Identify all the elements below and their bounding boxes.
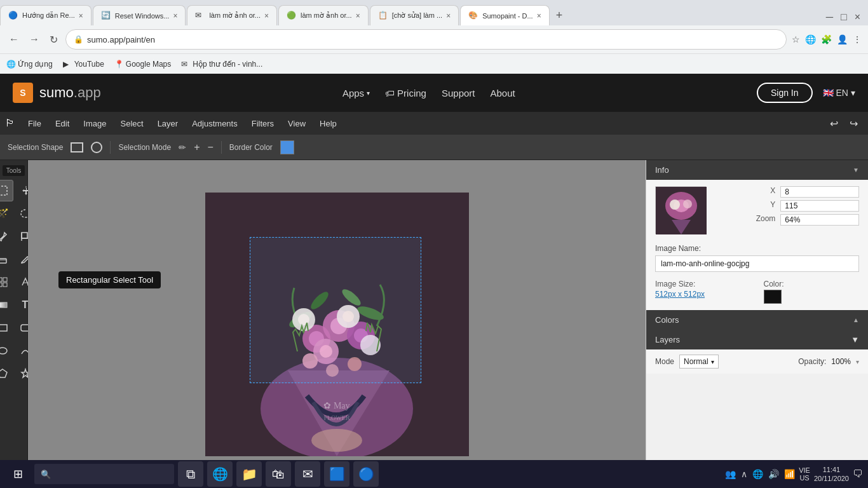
start-button[interactable]: ⊞ — [5, 463, 31, 485]
taskbar-edge[interactable]: 🌐 — [207, 461, 233, 487]
nav-apps[interactable]: Apps ▾ — [342, 88, 370, 98]
taskbar-store[interactable]: 🛍 — [266, 461, 291, 487]
menu-layer[interactable]: Layer — [151, 116, 185, 131]
sign-in-button[interactable]: Sign In — [757, 83, 813, 103]
info-panel-header[interactable]: Info ▼ — [646, 160, 868, 180]
wifi-icon[interactable]: 📶 — [784, 469, 795, 479]
extensions-icon[interactable]: 🧩 — [821, 34, 832, 44]
tab-favicon-6: 🎨 — [468, 11, 478, 21]
taskbar-edge2[interactable]: 🟦 — [324, 461, 349, 487]
maximize-button[interactable]: □ — [838, 9, 850, 25]
menu-view[interactable]: View — [281, 116, 312, 131]
bookmark-favicon-apps: 🌐 — [6, 60, 15, 69]
taskbar-search-input[interactable] — [34, 464, 174, 484]
volume-icon[interactable]: 🔊 — [768, 469, 779, 479]
selection-mode-pen[interactable]: ✏ — [179, 142, 186, 152]
nav-about[interactable]: About — [490, 88, 515, 98]
tab-favicon-3: ✉ — [195, 11, 205, 21]
notification-icon[interactable]: 🗨 — [853, 468, 863, 480]
network-icon[interactable]: 🌐 — [752, 469, 763, 479]
bookmark-gmail[interactable]: ✉ Hộp thư đến - vinh... — [181, 60, 262, 69]
undo-button[interactable]: ↩ — [825, 115, 843, 132]
menu-filters[interactable]: Filters — [245, 116, 280, 131]
menu-file[interactable]: File — [22, 116, 48, 131]
bookmark-star-icon[interactable]: ☆ — [792, 34, 800, 44]
close-window-button[interactable]: × — [852, 9, 863, 25]
tab-close-2[interactable]: × — [173, 11, 177, 20]
browser-tab-5[interactable]: 📋 [chờ sửa] làm ... × — [370, 5, 459, 25]
bookmark-label-maps: Google Maps — [126, 60, 171, 69]
tab-title-2: Reset Windows... — [115, 12, 170, 20]
people-icon[interactable]: 👥 — [725, 469, 736, 479]
tab-close-1[interactable]: × — [79, 11, 83, 20]
tool-ellipse[interactable] — [0, 340, 13, 362]
canvas-area[interactable]: Rectangular Select Tool — [28, 160, 646, 488]
svg-rect-11 — [0, 302, 7, 308]
tool-polygon[interactable] — [0, 363, 13, 384]
redo-button[interactable]: ↪ — [844, 115, 863, 132]
tool-magic-wand[interactable]: 🪄 — [0, 203, 13, 224]
tool-marquee[interactable] — [0, 180, 13, 201]
chevron-up-icon[interactable]: ∧ — [741, 469, 747, 479]
minimize-button[interactable]: ─ — [824, 9, 836, 25]
topnav-right: Sign In 🇬🇧 EN ▾ — [757, 83, 855, 103]
tab-title-1: Hướng dẫn Re... — [22, 11, 75, 20]
nav-support[interactable]: Support — [442, 88, 475, 98]
app-topnav: S sumo.app Apps ▾ 🏷 Pricing Support Abou… — [0, 74, 868, 112]
bookmark-youtube[interactable]: ▶ YouTube — [63, 60, 104, 69]
profile-icon[interactable]: 👤 — [837, 34, 848, 44]
lang-caret: ▾ — [851, 88, 855, 98]
color-swatch[interactable] — [764, 290, 782, 304]
colors-panel-header[interactable]: Colors ▲ — [646, 310, 868, 330]
browser-tab-6[interactable]: 🎨 Sumopaint - D... × — [460, 5, 550, 25]
shape-circle-button[interactable] — [91, 142, 102, 153]
browser-tab-1[interactable]: 🔵 Hướng dẫn Re... × — [0, 5, 92, 25]
bookmark-label-gmail: Hộp thư đến - vinh... — [193, 60, 262, 69]
forward-button[interactable]: → — [27, 31, 42, 48]
tool-eyedropper[interactable] — [0, 226, 13, 247]
tab-close-4[interactable]: × — [356, 11, 360, 20]
tab-close-6[interactable]: × — [537, 11, 541, 20]
layers-panel-header[interactable]: Layers ▼ — [646, 330, 868, 349]
browser-tab-2[interactable]: 🔄 Reset Windows... × — [93, 5, 186, 25]
browser-tab-4[interactable]: 🟢 làm mờ ảnh or... × — [278, 5, 369, 25]
systray: 👥 ∧ 🌐 🔊 📶 — [725, 469, 795, 479]
new-tab-button[interactable]: + — [551, 9, 568, 22]
tab-close-3[interactable]: × — [264, 11, 269, 20]
menu-image[interactable]: Image — [77, 116, 112, 131]
tool-eraser[interactable] — [0, 248, 13, 270]
menu-adjustments[interactable]: Adjustments — [186, 116, 244, 131]
selection-mode-plus[interactable]: + — [194, 142, 200, 153]
image-size-value[interactable]: 512px x 512px — [655, 290, 751, 299]
tool-rect-shape[interactable] — [0, 317, 13, 339]
reload-button[interactable]: ↻ — [47, 31, 60, 48]
taskbar-chrome[interactable]: 🔵 — [353, 461, 379, 487]
menu-edit[interactable]: Edit — [49, 116, 76, 131]
menu-select[interactable]: Select — [114, 116, 150, 131]
menu-flag-icon: 🏳 — [5, 118, 15, 129]
mode-select[interactable]: Normal ▾ — [679, 355, 719, 369]
tool-pattern[interactable] — [0, 271, 13, 293]
shape-rect-button[interactable] — [71, 142, 83, 152]
menu-icon[interactable]: ⋮ — [853, 34, 862, 44]
browser-tab-3[interactable]: ✉ làm mờ ảnh or... × — [187, 5, 277, 25]
svg-rect-8 — [0, 283, 2, 287]
language-button[interactable]: 🇬🇧 EN ▾ — [823, 88, 855, 98]
taskbar-task-view[interactable]: ⧉ — [178, 461, 203, 487]
menu-help[interactable]: Help — [313, 116, 343, 131]
tool-gradient[interactable] — [0, 294, 13, 316]
back-button[interactable]: ← — [6, 31, 22, 48]
bookmark-googlemaps[interactable]: 📍 Google Maps — [114, 60, 171, 69]
border-color-swatch[interactable] — [280, 140, 294, 154]
tab-close-5[interactable]: × — [446, 11, 451, 20]
opacity-dropdown-icon[interactable]: ▾ — [856, 358, 859, 365]
translate-icon[interactable]: 🌐 — [805, 34, 816, 44]
url-bar[interactable]: 🔒 sumo.app/paint/en — [65, 29, 787, 50]
taskbar-explorer[interactable]: 📁 — [236, 461, 262, 487]
bookmark-apps[interactable]: 🌐 Ứng dụng — [6, 60, 53, 69]
border-color-label: Border Color — [229, 143, 273, 152]
image-name-input[interactable] — [655, 255, 859, 272]
nav-pricing[interactable]: 🏷 Pricing — [385, 88, 426, 98]
taskbar-mail[interactable]: ✉ — [295, 461, 320, 487]
selection-mode-minus[interactable]: − — [207, 142, 213, 153]
